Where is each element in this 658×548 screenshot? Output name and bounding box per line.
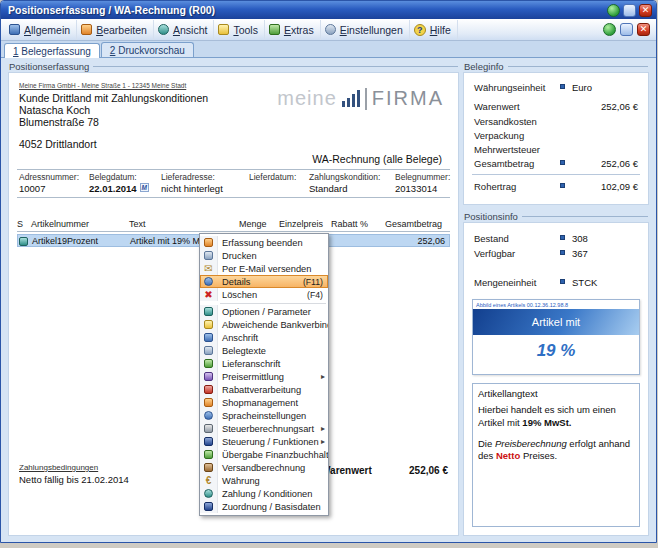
adressnummer-value: 10007 (19, 183, 45, 194)
logo-divider (365, 88, 367, 110)
options-icon (204, 307, 213, 316)
context-menu-item-details[interactable]: Details (F11) (200, 275, 328, 288)
waehrungseinheit-value: Euro (572, 82, 592, 93)
context-menu-item-zuordnung-basisdaten[interactable]: Zuordnung / Basisdaten (200, 500, 328, 513)
exit-icon (204, 238, 213, 247)
text-document-icon (204, 346, 213, 355)
edit-badge-icon: M (140, 183, 149, 192)
belegnummer-value: 20133014 (395, 183, 437, 194)
address-line: Kunde Drittland mit Zahlungskonditionen (19, 92, 208, 104)
context-menu-item-steuerberechnungsart[interactable]: Steuerberechnungsart (200, 422, 328, 435)
controls-icon (204, 437, 213, 446)
toolbar-right-icons (603, 23, 652, 36)
beleginfo-group-title: Beleginfo (464, 61, 504, 72)
context-menu-item-drucken[interactable]: Drucken (200, 249, 328, 262)
warenwert-info-value: 252,06 € (601, 101, 638, 112)
package-icon (204, 463, 213, 472)
delivery-icon (204, 359, 213, 368)
online-status-icon[interactable] (603, 23, 616, 36)
close-button[interactable] (639, 4, 652, 17)
col-header-gesamtbetrag: Gesamtbetrag (385, 219, 442, 229)
field-label: Lieferdatum: (249, 172, 296, 182)
content-area: Positionserfassung Meine Firma GmbH - Me… (4, 59, 653, 539)
positionsinfo-group-title: Positionsinfo (464, 211, 518, 222)
tabstrip: 1 Belegerfassung 2 Druckvorschau (1, 41, 656, 58)
company-logo: meine FIRMA (277, 87, 444, 110)
transfer-icon (204, 450, 213, 459)
menu-tools[interactable]: Tools (214, 20, 265, 40)
menu-ansicht[interactable]: Ansicht (154, 20, 214, 40)
sender-line: Meine Firma GmbH - Meine Straße 1 - 1234… (19, 82, 186, 89)
details-icon (204, 277, 213, 286)
info-bullet-icon (560, 235, 565, 240)
info-bullet-icon (560, 160, 565, 165)
positionserfassung-group: Positionserfassung Meine Firma GmbH - Me… (8, 61, 459, 536)
tab-druckvorschau[interactable]: 2 Druckvorschau (101, 42, 194, 57)
zahlungsbedingungen-label: Zahlungsbedingungen (19, 463, 98, 472)
tax-icon (204, 424, 213, 433)
window-controls (607, 4, 652, 17)
context-menu-item-zahlung-konditionen[interactable]: Zahlung / Konditionen (200, 487, 328, 500)
article-image-band: Artikel mit (473, 309, 639, 335)
field-label: Zahlungskondition: (309, 172, 380, 182)
payment-icon (204, 489, 213, 498)
tab-belegerfassung[interactable]: 1 Belegerfassung (4, 43, 100, 58)
field-label: Belegnummer: (395, 172, 450, 182)
context-menu-item-rabattverarbeitung[interactable]: Rabattverarbeitung (200, 383, 328, 396)
mengeneinheit-value: STCK (572, 277, 597, 288)
info-bullet-icon (560, 279, 565, 284)
document-icon (9, 24, 20, 35)
context-menu-item-belegtexte[interactable]: Belegtexte (200, 344, 328, 357)
menu-bearbeiten[interactable]: Bearbeiten (77, 20, 154, 40)
context-menu-item-anschrift[interactable]: Anschrift (200, 331, 328, 344)
currency-icon: € (203, 476, 215, 486)
context-menu-item-shopmanagement[interactable]: Shopmanagement (200, 396, 328, 409)
belegdatum-value[interactable]: 22.01.2014M (89, 183, 149, 194)
context-menu-item-waehrung[interactable]: € Währung (200, 474, 328, 487)
gesamtbetrag-value: 252,06 € (601, 158, 638, 169)
rohertrag-value: 102,09 € (601, 181, 638, 192)
context-menu-item-loeschen[interactable]: ✖ Löschen (F4) (200, 288, 328, 301)
menu-allgemein[interactable]: Allgemein (5, 20, 77, 40)
context-menu-item-uebergabe-fibu[interactable]: Übergabe Finanzbuchhaltung (200, 448, 328, 461)
bestand-value: 308 (572, 233, 588, 244)
address-line: Blumenstraße 78 (19, 116, 99, 128)
col-header-menge: Menge (239, 219, 267, 229)
row-status-icon (19, 237, 28, 246)
calculator-icon (204, 372, 213, 381)
delete-x-icon: ✖ (203, 290, 215, 300)
artikellangtext-paragraph: Hierbei handelt es sich um einen Artikel… (478, 404, 634, 429)
context-menu-item-spracheinstellungen[interactable]: Spracheinstellungen (200, 409, 328, 422)
bar-chart-icon (342, 90, 360, 110)
bank-icon (204, 320, 213, 329)
context-menu-item-erfassung-beenden[interactable]: Erfassung beenden (200, 236, 328, 249)
context-menu-item-bankverbindung[interactable]: Abweichende Bankverbindung (200, 318, 328, 331)
context-menu-item-steuerung-funktionen[interactable]: Steuerung / Funktionen (200, 435, 328, 448)
percent-icon (204, 385, 213, 394)
menu-hilfe[interactable]: ? Hilfe (410, 20, 458, 40)
context-menu-item-email[interactable]: ✉ Per E-Mail versenden (200, 262, 328, 275)
help-window-icon[interactable] (623, 4, 636, 17)
context-menu-item-optionen[interactable]: Optionen / Parameter (200, 305, 328, 318)
context-menu-item-versandberechnung[interactable]: Versandberechnung (200, 461, 328, 474)
exit-red-icon[interactable] (637, 23, 650, 36)
col-header-text: Text (129, 219, 146, 229)
menu-einstellungen[interactable]: Einstellungen (321, 20, 410, 40)
menubar: Allgemein Bearbeiten Ansicht Tools Extra… (1, 19, 656, 41)
artikellangtext-box[interactable]: Artikellangtext Hierbei handelt es sich … (472, 383, 640, 527)
menu-extras[interactable]: Extras (265, 20, 321, 40)
printer-icon[interactable] (620, 23, 633, 36)
field-label: Adressnummer: (19, 172, 79, 182)
globe-icon[interactable] (607, 4, 620, 17)
document-preview: Meine Firma GmbH - Meine Straße 1 - 1234… (8, 72, 459, 536)
zahlungsbedingungen-text: Netto fällig bis 21.02.2014 (19, 474, 129, 485)
context-menu-item-lieferanschrift[interactable]: Lieferanschrift (200, 357, 328, 370)
warenwert-value: 252,06 € (409, 465, 448, 476)
pencil-icon (81, 24, 92, 35)
article-image[interactable]: Abbild eines Artikels 00.12.36.12.98.8 A… (472, 299, 640, 375)
context-menu-item-preisermittlung[interactable]: Preisermittlung (200, 370, 328, 383)
article-image-caption: Abbild eines Artikels 00.12.36.12.98.8 (473, 300, 639, 309)
artikellangtext-paragraph: Die Preisberechnung erfolgt anhand des N… (478, 438, 634, 463)
address-line: 4052 Drittlandort (19, 138, 97, 150)
lieferadresse-value: nicht hinterlegt (161, 183, 223, 194)
